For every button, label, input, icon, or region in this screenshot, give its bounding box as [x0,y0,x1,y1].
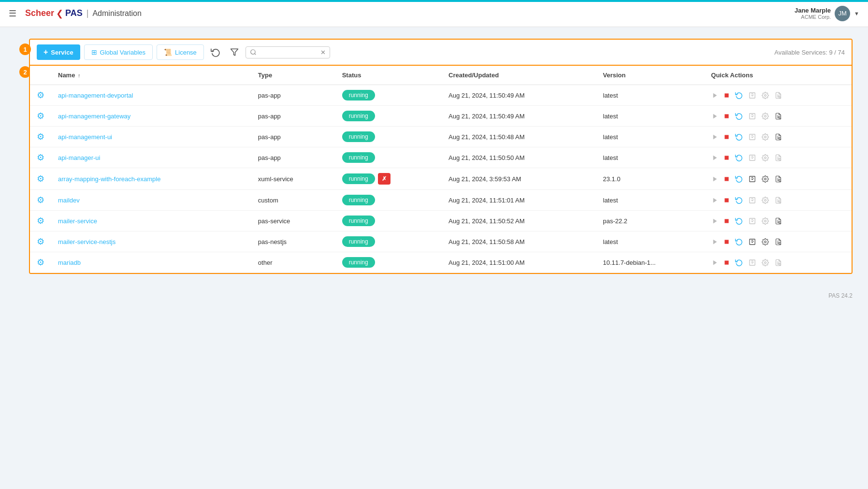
svg-rect-32 [750,155,755,160]
footer: PAS 24.2 [0,286,868,306]
stop-button[interactable] [723,133,730,141]
restart-button[interactable] [734,258,744,267]
avatar[interactable]: JM [835,6,850,21]
service-name-link[interactable]: array-mapping-with-foreach-example [58,175,160,183]
row-type: pas-app [251,127,335,147]
row-date: Aug 21, 2024, 11:50:48 AM [442,127,596,147]
tasks-button[interactable] [748,132,757,142]
start-button[interactable] [711,238,719,246]
row-version: latest [596,127,705,147]
restart-button[interactable] [734,195,744,205]
tasks-button[interactable] [748,174,757,184]
stop-button[interactable] [723,197,730,204]
refresh-button[interactable] [208,45,223,59]
row-quick-actions [704,127,852,147]
service-name-link[interactable]: api-management-devportal [58,92,133,99]
row-quick-actions [704,211,852,231]
service-name-link[interactable]: api-manager-ui [58,154,100,161]
service-name-link[interactable]: mariadb [58,259,81,266]
settings-button[interactable] [761,112,770,121]
start-button[interactable] [711,133,719,141]
table-row: ⚙mailer-servicepas-servicerunningAug 21,… [30,211,852,231]
restart-button[interactable] [734,132,744,142]
row-version: latest [596,106,705,127]
stop-button[interactable] [723,113,730,120]
stop-button[interactable] [723,238,730,245]
row-quick-actions [704,106,852,127]
service-name-link[interactable]: api-management-ui [58,133,112,141]
user-company: ACME Corp. [795,14,831,20]
tasks-button[interactable] [748,237,757,246]
restart-button[interactable] [734,111,744,121]
tasks-button[interactable] [748,258,757,267]
row-type: custom [251,190,335,211]
row-quick-actions [704,168,852,190]
log-button[interactable] [774,112,783,121]
row-service-icon: ⚙ [30,147,51,168]
settings-button[interactable] [761,91,770,100]
start-button[interactable] [711,112,719,120]
settings-button[interactable] [761,196,770,205]
user-dropdown-arrow[interactable]: ▼ [854,11,859,16]
filter-button[interactable] [227,46,242,58]
table-row: ⚙api-management-gatewaypas-apprunningAug… [30,106,852,127]
start-button[interactable] [711,154,719,162]
settings-button[interactable] [761,174,770,184]
tasks-button[interactable] [748,91,757,100]
start-button[interactable] [711,259,719,267]
service-name-link[interactable]: mailer-service [58,217,97,225]
service-name-link[interactable]: maildev [58,197,80,204]
stop-button[interactable] [723,259,730,266]
restart-button[interactable] [734,174,744,184]
log-button[interactable] [774,237,783,246]
log-button[interactable] [774,196,783,205]
start-button[interactable] [711,175,719,183]
stop-button[interactable] [723,217,730,225]
service-name-link[interactable]: api-management-gateway [58,113,130,120]
restart-button[interactable] [734,237,744,246]
start-button[interactable] [711,217,719,225]
service-tab-button[interactable]: + Service [37,44,80,60]
log-button[interactable] [774,153,783,162]
license-tab-button[interactable]: 📜 License [157,44,204,60]
settings-button[interactable] [761,132,770,142]
log-button[interactable] [774,174,783,184]
search-clear-button[interactable]: ✕ [320,49,326,56]
svg-line-74 [781,244,781,244]
log-button[interactable] [774,132,783,142]
svg-point-70 [765,241,767,243]
settings-button[interactable] [761,237,770,246]
stop-button[interactable] [723,175,730,183]
col-name-header[interactable]: Name ↑ [51,66,251,85]
hamburger-icon[interactable]: ☰ [9,8,16,19]
row-status: running [335,106,442,127]
search-input[interactable] [260,49,318,56]
stop-button[interactable] [723,154,730,161]
logo: Scheer ❮ PAS | Administration [25,8,142,19]
svg-rect-31 [725,156,729,159]
toolbar: + Service ⊞ Global Variables 📜 License [30,40,852,66]
log-button[interactable] [774,91,783,100]
svg-point-46 [779,179,781,181]
settings-button[interactable] [761,216,770,226]
restart-button[interactable] [734,216,744,226]
settings-button[interactable] [761,153,770,162]
tasks-button[interactable] [748,112,757,121]
tasks-button[interactable] [748,196,757,205]
global-variables-tab-button[interactable]: ⊞ Global Variables [84,44,153,60]
start-button[interactable] [711,91,719,100]
settings-button[interactable] [761,258,770,267]
start-button[interactable] [711,196,719,204]
tasks-button[interactable] [748,153,757,162]
svg-rect-41 [750,176,755,181]
step-1-badge: 1 [19,43,31,55]
log-button[interactable] [774,216,783,226]
row-quick-actions [704,252,852,273]
restart-button[interactable] [734,153,744,162]
tasks-button[interactable] [748,216,757,226]
log-button[interactable] [774,258,783,267]
stop-button[interactable] [723,92,730,99]
svg-rect-76 [725,260,729,264]
service-name-link[interactable]: mailer-service-nestjs [58,238,116,245]
restart-button[interactable] [734,90,744,100]
